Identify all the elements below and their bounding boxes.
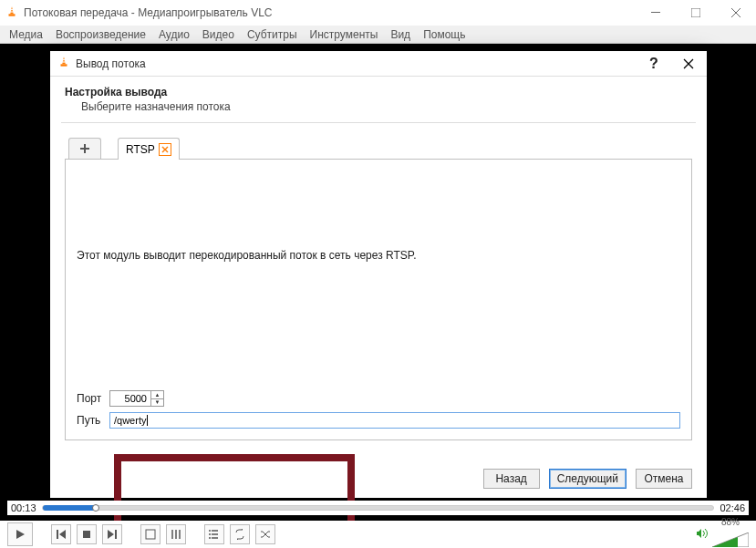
spinner-down-icon[interactable]: ▼ [151,399,163,407]
back-button[interactable]: Назад [483,469,540,489]
svg-rect-11 [146,530,155,539]
path-input[interactable]: /qwerty [109,412,680,429]
volume-slider[interactable] [712,532,749,547]
next-button[interactable] [102,524,122,544]
next-button[interactable]: Следующий [549,469,627,489]
dialog-title: Вывод потока [76,57,146,70]
play-button[interactable] [7,522,33,546]
svg-point-14 [209,537,211,539]
dialog-close-button[interactable] [676,51,701,77]
dialog-titlebar: Вывод потока ? [50,51,707,77]
prev-button[interactable] [51,524,71,544]
tab-close-button[interactable] [159,143,171,156]
tab-panel-rtsp: Этот модуль выводит перекодированный пот… [65,160,692,440]
menu-tools[interactable]: Инструменты [310,28,378,41]
svg-rect-10 [83,531,90,538]
time-elapsed: 00:13 [11,502,36,513]
path-value: /qwerty [114,415,146,426]
svg-rect-1 [11,9,14,10]
text-caret [147,415,148,426]
svg-rect-9 [80,148,89,150]
seek-thumb[interactable] [92,504,99,512]
vlc-cone-icon [5,5,18,21]
playlist-button[interactable] [204,524,224,544]
tab-strip: RTSP [65,136,692,160]
spinner-up-icon[interactable]: ▲ [151,391,163,399]
svg-point-13 [209,533,211,535]
stream-output-dialog: Вывод потока ? Настройка вывода Выберите… [50,51,707,498]
svg-rect-7 [62,61,66,62]
menu-help[interactable]: Помощь [423,28,465,41]
port-spinner[interactable]: ▲ ▼ [150,391,163,406]
seek-track[interactable] [42,505,715,511]
ext-settings-button[interactable] [166,524,186,544]
menu-playback[interactable]: Воспроизведение [56,28,146,41]
menu-media[interactable]: Медиа [9,28,43,41]
seek-fill [43,505,97,511]
shuffle-button[interactable] [255,524,275,544]
rtsp-description: Этот модуль выводит перекодированный пот… [77,249,680,262]
menu-audio[interactable]: Аудио [159,28,190,41]
maximize-button[interactable] [676,0,716,26]
svg-rect-3 [651,12,660,13]
svg-point-12 [209,530,211,532]
svg-rect-6 [63,59,66,60]
menu-bar: Медиа Воспроизведение Аудио Видео Субтит… [0,26,756,44]
fullscreen-button[interactable] [140,524,161,544]
port-label: Порт [77,392,109,405]
dialog-help-button[interactable]: ? [641,51,667,77]
tab-label: RTSP [126,143,155,156]
window-title: Потоковая передача - Медиапроигрыватель … [24,6,273,19]
svg-rect-5 [61,64,67,66]
svg-rect-2 [10,11,14,12]
svg-rect-0 [9,14,16,16]
close-button[interactable] [716,0,756,26]
seek-bar: 00:13 02:46 [7,501,749,515]
app-window: Потоковая передача - Медиапроигрыватель … [0,0,756,548]
port-value: 5000 [125,393,147,404]
section-subtitle: Выберите назначения потока [65,100,692,113]
add-tab-button[interactable] [68,138,101,159]
menu-view[interactable]: Вид [390,28,410,41]
section-heading: Настройка вывода [65,86,692,98]
volume-percent: 88% [721,517,740,527]
window-controls [636,0,756,26]
tab-rtsp[interactable]: RTSP [118,138,180,160]
menu-subtitles[interactable]: Субтитры [247,28,297,41]
menu-video[interactable]: Видео [202,28,234,41]
port-input[interactable]: 5000 ▲ ▼ [109,390,164,407]
loop-button[interactable] [230,524,250,544]
window-titlebar: Потоковая передача - Медиапроигрыватель … [0,0,756,26]
dialog-button-row: Назад Следующий Отмена [50,469,707,489]
window-title-group: Потоковая передача - Медиапроигрыватель … [5,5,273,21]
cancel-button[interactable]: Отмена [636,469,692,489]
vlc-cone-icon [57,56,70,71]
path-label: Путь [77,414,109,427]
player-controls: 88% [0,521,756,548]
separator [61,122,696,123]
speaker-icon[interactable] [696,528,709,542]
stop-button[interactable] [77,524,97,544]
svg-rect-4 [691,8,700,17]
minimize-button[interactable] [636,0,676,26]
time-total: 02:46 [720,502,745,513]
